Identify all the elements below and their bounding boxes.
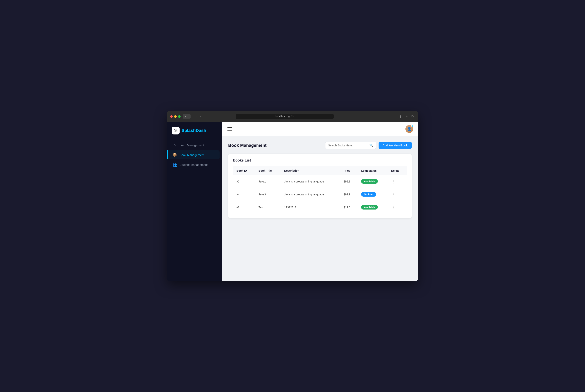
cell-price: $12.0: [340, 201, 358, 214]
hamburger-line: [228, 128, 232, 128]
users-icon: 👥: [172, 162, 177, 167]
main-content: 👤 Book Management 🔍 Add An New Book: [222, 122, 418, 281]
sidebar-item-label: Loan Management: [180, 144, 204, 147]
close-button[interactable]: [170, 115, 173, 118]
search-input[interactable]: [328, 144, 368, 147]
cell-description: Java is a programming language: [281, 175, 340, 188]
user-profile[interactable]: 👤: [406, 125, 413, 133]
back-button[interactable]: ‹: [194, 114, 198, 118]
cell-book-id: #4: [233, 188, 255, 201]
table-body: #2 Java1 Java is a programming language …: [233, 175, 407, 214]
tabs-button[interactable]: ⧉: [410, 114, 415, 119]
topbar: 👤: [222, 122, 418, 136]
app-layout: 🛍 SplashDash ⌂ Loan Management 📦 Book Ma…: [167, 122, 418, 281]
page-actions: 🔍 Add An New Book: [325, 142, 412, 149]
cell-delete: [388, 201, 407, 214]
cell-delete: [388, 175, 407, 188]
navigation-controls: ‹ ›: [194, 114, 202, 118]
cell-price: $99.9: [340, 188, 358, 201]
cell-price: $99.9: [340, 175, 358, 188]
sidebar-item-student-management[interactable]: 👥 Student Management: [170, 160, 220, 169]
address-bar-icons: ⊞ ↻: [288, 115, 294, 118]
sidebar-item-label: Book Management: [180, 153, 204, 156]
cell-loan-status: On loan: [358, 188, 388, 201]
share-button[interactable]: ⬆: [398, 114, 403, 119]
sidebar-logo: 🛍 SplashDash: [167, 126, 222, 141]
sidebar: 🛍 SplashDash ⌂ Loan Management 📦 Book Ma…: [167, 122, 222, 281]
status-badge: Available: [361, 205, 378, 210]
minimize-button[interactable]: [174, 115, 177, 118]
three-dots-icon: [393, 180, 394, 184]
status-badge: On loan: [361, 192, 376, 196]
search-icon: 🔍: [369, 144, 373, 147]
col-price: Price: [340, 166, 358, 175]
url-text: localhost: [276, 115, 286, 118]
col-loan-status: Loan status: [358, 166, 388, 175]
cell-loan-status: Available: [358, 175, 388, 188]
browser-actions: ⬆ + ⧉: [398, 114, 415, 119]
sidebar-item-label: Student Management: [180, 163, 208, 166]
logo-text: SplashDash: [182, 128, 206, 133]
cell-loan-status: Available: [358, 201, 388, 214]
logo-dash: Dash: [196, 128, 206, 133]
cell-delete: [388, 188, 407, 201]
home-icon: ⌂: [172, 143, 177, 147]
address-bar[interactable]: localhost ⊞ ↻: [236, 114, 334, 119]
logo-icon: 🛍: [172, 126, 180, 134]
col-book-title: Book Title: [255, 166, 281, 175]
cell-description: Java is a programming language: [281, 188, 340, 201]
col-description: Description: [281, 166, 340, 175]
user-online-dot: [411, 125, 413, 127]
hamburger-line: [228, 129, 232, 129]
page-header: Book Management 🔍 Add An New Book: [228, 142, 412, 149]
col-delete: Delete: [388, 166, 407, 175]
cell-description: 12312312: [281, 201, 340, 214]
new-tab-button[interactable]: +: [405, 114, 409, 119]
table-card-title: Books List: [233, 158, 407, 162]
status-badge: Available: [361, 179, 378, 184]
sidebar-navigation: ⌂ Loan Management 📦 Book Management 👥 St…: [167, 141, 222, 169]
cell-book-title: Java1: [255, 175, 281, 188]
forward-button[interactable]: ›: [199, 114, 202, 118]
cell-book-title: Java3: [255, 188, 281, 201]
col-book-id: Book ID: [233, 166, 255, 175]
page-content: Book Management 🔍 Add An New Book Books …: [222, 136, 418, 281]
maximize-button[interactable]: [178, 115, 180, 118]
traffic-lights: [170, 115, 180, 118]
cell-book-title: Test: [255, 201, 281, 214]
hamburger-button[interactable]: [227, 126, 233, 131]
delete-action-button[interactable]: [391, 179, 395, 185]
cell-book-id: #8: [233, 201, 255, 214]
logo-splash: Splash: [182, 128, 196, 133]
sidebar-item-loan-management[interactable]: ⌂ Loan Management: [170, 141, 220, 150]
table-header: Book ID Book Title Description Price Loa…: [233, 166, 407, 175]
books-table-card: Books List Book ID Book Title Descriptio…: [228, 154, 412, 218]
search-box[interactable]: 🔍: [325, 142, 376, 149]
three-dots-icon: [393, 206, 394, 209]
browser-chrome: ⊞ ⌄ ‹ › localhost ⊞ ↻ ⬆ + ⧉: [167, 111, 418, 122]
three-dots-icon: [393, 193, 394, 196]
delete-action-button[interactable]: [391, 192, 395, 198]
translate-icon: ⊞: [288, 115, 290, 118]
table-row: #4 Java3 Java is a programming language …: [233, 188, 407, 201]
window-icon-button[interactable]: ⊞ ⌄: [183, 114, 190, 118]
refresh-icon[interactable]: ↻: [291, 115, 294, 118]
books-table: Book ID Book Title Description Price Loa…: [233, 166, 407, 214]
sidebar-item-book-management[interactable]: 📦 Book Management: [167, 150, 220, 159]
book-icon: 📦: [172, 153, 177, 157]
table-row: #2 Java1 Java is a programming language …: [233, 175, 407, 188]
add-book-button[interactable]: Add An New Book: [378, 142, 412, 149]
page-title: Book Management: [228, 143, 266, 148]
hamburger-line: [228, 130, 232, 130]
table-header-row: Book ID Book Title Description Price Loa…: [233, 166, 407, 175]
cell-book-id: #2: [233, 175, 255, 188]
table-row: #8 Test 12312312 $12.0 Available: [233, 201, 407, 214]
delete-action-button[interactable]: [391, 204, 395, 210]
logo-shopping-icon: 🛍: [174, 128, 178, 133]
